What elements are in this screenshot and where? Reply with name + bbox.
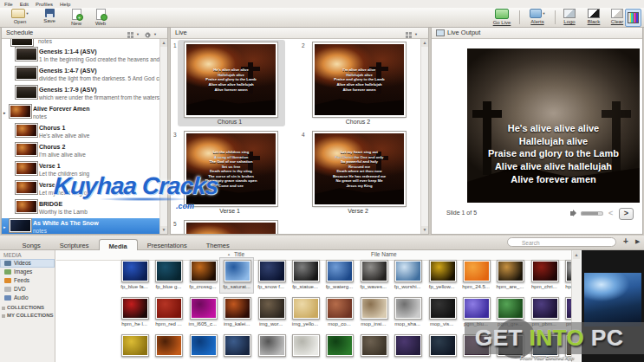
logo-button[interactable]: Logo — [558, 9, 581, 26]
gear-icon[interactable] — [145, 32, 151, 38]
play-media-button[interactable]: ▶ — [635, 238, 640, 245]
media-thumbnail[interactable] — [463, 297, 491, 320]
schedule-item[interactable]: ▸As White As The Snownotes — [2, 218, 160, 234]
save-button[interactable]: Save — [38, 9, 61, 26]
media-thumbnail[interactable] — [258, 297, 286, 320]
media-thumbnail[interactable] — [155, 260, 183, 282]
live-output-toggle-button[interactable] — [625, 9, 641, 27]
sidebar-section[interactable]: COLLECTIONS — [0, 302, 55, 310]
media-thumbnail[interactable] — [190, 297, 218, 320]
media-thumbnail[interactable] — [361, 260, 388, 282]
media-thumbnail[interactable] — [497, 297, 524, 320]
scroll-up-icon[interactable]: ▲ — [160, 39, 167, 47]
schedule-thumbnail — [15, 47, 38, 61]
schedule-item-subtitle: notes — [33, 228, 47, 234]
black-button[interactable]: Black — [582, 9, 605, 26]
media-thumbnail[interactable] — [429, 334, 457, 357]
media-thumbnail[interactable] — [394, 334, 422, 357]
media-thumbnail[interactable] — [224, 297, 251, 320]
volume-slider[interactable] — [581, 211, 603, 216]
add-media-button[interactable]: + — [623, 236, 628, 246]
scroll-up-icon[interactable]: ▲ — [573, 251, 580, 259]
media-thumbnail[interactable] — [224, 334, 251, 357]
media-thumbnail[interactable] — [121, 297, 149, 320]
media-thumbnail[interactable] — [155, 297, 183, 320]
media-filename: fp_saturat... — [220, 284, 253, 289]
sidebar-item-audio[interactable]: Audio — [0, 294, 55, 302]
media-thumbnail[interactable] — [531, 260, 559, 282]
media-thumbnail[interactable] — [394, 260, 422, 282]
scroll-down-icon[interactable]: ▼ — [421, 226, 428, 234]
search-input[interactable]: Search — [507, 237, 616, 247]
media-thumbnail[interactable] — [258, 260, 286, 282]
media-thumbnail[interactable] — [292, 297, 320, 320]
media-thumbnail[interactable] — [565, 260, 571, 282]
media-thumbnail[interactable] — [190, 334, 218, 357]
next-slide-button[interactable]: > — [619, 208, 634, 220]
media-thumbnail[interactable] — [292, 260, 320, 282]
schedule-item[interactable]: Genesis 1:1-4 (ASV)1 In the beginning Go… — [2, 47, 160, 66]
schedule-item[interactable]: BRIDGEWorthy is the Lamb — [2, 199, 160, 218]
menu-help[interactable]: Help — [60, 2, 70, 7]
menu-file[interactable]: File — [4, 2, 13, 7]
schedule-item-title: Genesis 1:4-7 (ASV) — [39, 68, 97, 74]
slide-number: 1 — [173, 42, 177, 48]
schedule-item[interactable]: Genesis 1:7-9 (ASV)which were under the … — [2, 85, 160, 104]
slide-lyric-line: Jesus my King — [347, 184, 373, 189]
media-thumbnail[interactable] — [190, 260, 218, 282]
media-sidebar: MEDIA VideosImagesFeedsDVDAudio COLLECTI… — [0, 250, 55, 362]
sidebar-item-feeds[interactable]: Feeds — [0, 276, 55, 285]
prev-slide-button[interactable]: < — [608, 209, 613, 217]
media-thumbnail[interactable] — [361, 297, 388, 320]
menu-profiles[interactable]: Profiles — [36, 2, 53, 7]
open-button[interactable]: ▼ Open — [7, 9, 33, 26]
media-filename: hpm_chri... — [528, 284, 561, 289]
media-thumbnail[interactable] — [326, 260, 354, 282]
live-slide[interactable]: 4Let my heart sing outFor Christ the One… — [301, 128, 422, 217]
media-thumbnail[interactable] — [565, 297, 571, 320]
media-thumbnail[interactable] — [121, 260, 149, 282]
schedule-scrollbar[interactable]: ▲ ▼ — [159, 39, 167, 234]
sidebar-item-videos[interactable]: Videos — [0, 259, 55, 268]
scroll-up-icon[interactable]: ▲ — [421, 39, 428, 47]
schedule-item[interactable]: ▸Alive Forever Amennotes — [2, 104, 160, 123]
web-button[interactable]: Web — [90, 9, 111, 26]
schedule-item[interactable]: Chorus 1He's alive alive alive — [2, 123, 160, 142]
dvd-icon — [4, 287, 11, 292]
media-thumbnail[interactable] — [463, 260, 491, 282]
schedule-item-partial[interactable]: notes — [2, 39, 160, 47]
media-thumbnail[interactable] — [224, 260, 251, 282]
live-slide[interactable]: 5Worthy is the LambWorthy of our praiseW… — [172, 217, 301, 234]
view-mode-icon[interactable] — [127, 32, 133, 38]
sidebar-section[interactable]: MY COLLECTIONS — [0, 310, 55, 318]
media-thumbnail[interactable] — [258, 334, 286, 357]
media-thumbnail[interactable] — [121, 334, 149, 357]
media-thumbnail[interactable] — [531, 297, 559, 320]
media-thumbnail[interactable] — [429, 297, 457, 320]
scroll-down-icon[interactable]: ▼ — [160, 226, 167, 234]
media-preview-image — [584, 273, 641, 326]
media-thumbnail[interactable] — [326, 334, 354, 357]
live-slide[interactable]: 1He's alive alive aliveHallelujah aliveP… — [172, 39, 301, 128]
live-slide[interactable]: 2I'm alive alive aliveHallelujah alivePr… — [301, 39, 422, 128]
sidebar-item-dvd[interactable]: DVD — [0, 285, 55, 294]
media-thumbnail[interactable] — [429, 260, 457, 282]
expand-icon[interactable]: ▸ — [3, 224, 6, 229]
getintopc-tagline: From Your Desired App — [520, 355, 574, 360]
view-mode-icon[interactable] — [406, 32, 412, 38]
schedule-item[interactable]: Genesis 1:4-7 (ASV)divided the light fro… — [2, 66, 160, 85]
menu-edit[interactable]: Edit — [20, 2, 29, 7]
expand-icon[interactable]: ▸ — [3, 110, 6, 115]
media-thumbnail[interactable] — [155, 334, 183, 357]
media-thumbnail[interactable] — [497, 260, 524, 282]
alerts-button[interactable]: ▼ Alerts — [524, 9, 551, 26]
sidebar-item-images[interactable]: Images — [0, 268, 55, 276]
media-thumbnail[interactable] — [394, 297, 422, 320]
media-thumbnail[interactable] — [326, 297, 354, 320]
new-button[interactable]: + New — [66, 9, 87, 26]
live-scrollbar[interactable]: ▲ ▼ — [420, 39, 428, 234]
go-live-button[interactable]: Go Live — [488, 9, 516, 26]
media-thumbnail[interactable] — [292, 334, 320, 357]
media-thumbnail[interactable] — [361, 334, 388, 357]
schedule-item[interactable]: Chorus 2I'm alive alive alive — [2, 142, 160, 161]
